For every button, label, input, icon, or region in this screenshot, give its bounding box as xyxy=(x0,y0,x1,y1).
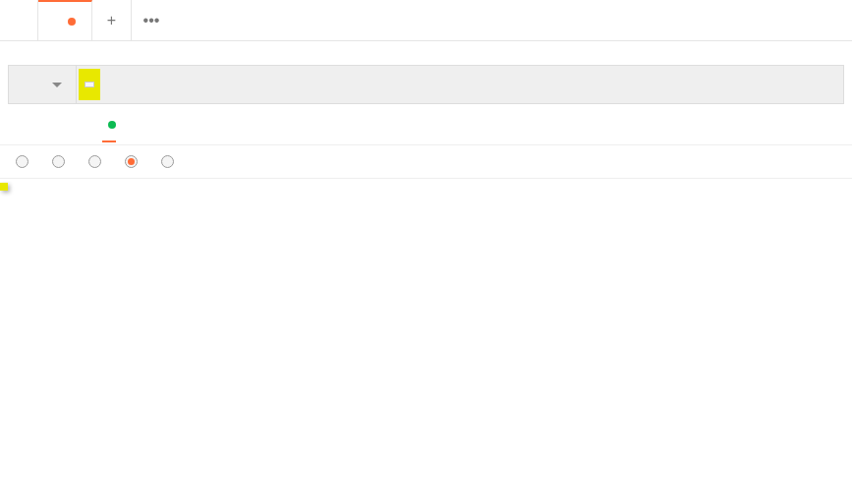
method-url-bar xyxy=(8,65,844,104)
unsaved-dot-icon xyxy=(68,18,76,26)
radio-none[interactable] xyxy=(16,155,34,168)
radio-icon xyxy=(161,155,174,168)
plus-icon: + xyxy=(107,12,116,29)
radio-raw[interactable] xyxy=(125,155,143,168)
request-section-tabs xyxy=(0,104,852,145)
radio-icon xyxy=(16,155,28,168)
ellipsis-icon: ••• xyxy=(143,12,160,29)
body-type-radios xyxy=(0,145,852,179)
tab-headers[interactable] xyxy=(69,126,75,138)
editor-highlight-box xyxy=(0,183,8,191)
request-title xyxy=(0,41,852,65)
radio-binary[interactable] xyxy=(161,155,180,168)
tab-get-request[interactable] xyxy=(0,0,38,40)
url-input[interactable] xyxy=(77,66,843,103)
radio-icon xyxy=(88,155,101,168)
tabs-row: + ••• xyxy=(0,0,852,41)
chevron-down-icon xyxy=(52,83,62,87)
tab-post-request[interactable] xyxy=(38,0,92,40)
radio-icon xyxy=(125,155,138,168)
tab-body[interactable] xyxy=(102,121,116,142)
method-dropdown[interactable] xyxy=(9,66,77,103)
body-editor[interactable] xyxy=(0,179,852,183)
body-active-dot-icon xyxy=(108,121,116,129)
new-tab-button[interactable]: + xyxy=(92,0,132,40)
radio-xwww[interactable] xyxy=(88,155,107,168)
radio-icon xyxy=(52,155,65,168)
url-variable-highlight xyxy=(79,69,100,100)
radio-formdata[interactable] xyxy=(52,155,71,168)
url-variable xyxy=(85,82,94,87)
tab-options-button[interactable]: ••• xyxy=(132,0,171,40)
